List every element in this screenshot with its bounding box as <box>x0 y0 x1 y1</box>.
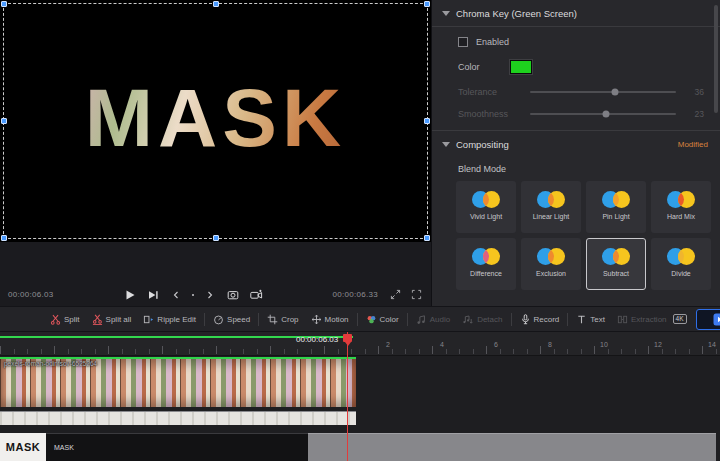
chevron-down-icon <box>442 142 450 147</box>
blend-mode-divide[interactable]: Divide <box>651 238 711 290</box>
blend-circles-icon <box>472 191 500 209</box>
detach-icon <box>462 314 474 325</box>
ruler-number: 12 <box>654 341 662 348</box>
toolbar-divider <box>357 313 358 326</box>
blend-mode-name: Hard Mix <box>652 213 710 220</box>
toolbar-button-label: Audio <box>430 315 450 324</box>
toolbar-button-split[interactable]: Split <box>44 314 86 325</box>
smoothness-slider[interactable] <box>530 113 676 115</box>
mask-clip-extension[interactable] <box>308 433 716 461</box>
crop-icon <box>267 314 278 325</box>
color-label: Color <box>458 62 510 72</box>
quality-4k-button[interactable]: 4K <box>673 314 687 325</box>
smoothness-label: Smoothness <box>458 109 520 119</box>
toolbar-button-speed[interactable]: Speed <box>207 314 256 325</box>
ruler-number: 6 <box>494 341 498 348</box>
mask-clip-thumbnail[interactable]: MASK <box>0 433 46 461</box>
motion-icon <box>311 314 322 325</box>
toolbar-button-motion[interactable]: Motion <box>305 314 355 325</box>
toolbar-divider <box>258 313 259 326</box>
selection-handle-sw[interactable] <box>1 235 7 241</box>
preview-view-icons <box>388 288 423 302</box>
video-clip[interactable]: pexels-roman-odintsov-6525264 <box>0 357 356 407</box>
timeline-ruler[interactable]: 2468101214 00:00:06.03 <box>0 332 720 356</box>
toolbar-button-split-all[interactable]: Split all <box>86 314 138 325</box>
mask-track: MASK MASK <box>0 433 720 461</box>
toolbar-button-text[interactable]: Text <box>570 314 611 325</box>
blend-mode-name: Vivid Light <box>457 213 515 220</box>
blend-mode-difference[interactable]: Difference <box>456 238 516 290</box>
toolbar-button-ripple-edit[interactable]: Ripple Edit <box>137 314 202 325</box>
toolbar-button-label: Text <box>590 315 605 324</box>
selection-handle-n[interactable] <box>213 1 219 7</box>
toolbar: SplitSplit allRipple EditSpeedCropMotion… <box>0 306 720 332</box>
playhead-line[interactable] <box>347 332 348 461</box>
blend-circles-icon <box>537 248 565 266</box>
mask-clip-label: MASK <box>54 444 74 451</box>
selection-handle-s[interactable] <box>213 235 219 241</box>
video-editor-window: MASK 00:00:06.03 <box>0 0 720 461</box>
toolbar-button-label: Split <box>64 315 80 324</box>
next-marker-button[interactable] <box>203 288 217 302</box>
audio-icon <box>416 314 427 325</box>
ruler-number: 10 <box>600 341 608 348</box>
blend-mode-vivid-light[interactable]: Vivid Light <box>456 181 516 233</box>
toolbar-button-label: Motion <box>325 315 349 324</box>
overlay-clip[interactable] <box>0 411 356 425</box>
chroma-key-section-header[interactable]: Chroma Key (Green Screen) <box>432 0 720 26</box>
smoothness-slider-handle[interactable] <box>602 111 609 118</box>
toolbar-button-label: Speed <box>227 315 250 324</box>
tolerance-slider[interactable] <box>530 91 676 93</box>
selection-rect[interactable] <box>3 3 428 239</box>
palette-icon <box>366 314 377 325</box>
toolbar-button-color[interactable]: Color <box>360 314 405 325</box>
blend-mode-name: Divide <box>652 270 710 277</box>
selection-handle-w[interactable] <box>1 118 7 124</box>
snapshot-button[interactable] <box>226 288 240 302</box>
next-frame-button[interactable] <box>146 288 160 302</box>
playhead-marker[interactable] <box>343 334 352 342</box>
tolerance-slider-handle[interactable] <box>611 89 618 96</box>
modified-badge: Modified <box>678 140 708 149</box>
toolbar-button-label: Ripple Edit <box>157 315 196 324</box>
blend-mode-exclusion[interactable]: Exclusion <box>521 238 581 290</box>
chroma-key-title: Chroma Key (Green Screen) <box>456 8 577 19</box>
blend-mode-linear-light[interactable]: Linear Light <box>521 181 581 233</box>
speed-icon <box>213 314 224 325</box>
selection-handle-se[interactable] <box>424 235 430 241</box>
tolerance-value: 36 <box>686 87 704 97</box>
export-button[interactable]: Export <box>696 309 720 330</box>
compositing-section-header[interactable]: Compositing Modified <box>432 131 720 157</box>
toolbar-button-audio[interactable]: Audio <box>410 314 456 325</box>
enabled-row: Enabled <box>432 27 720 51</box>
panel-scrollbar[interactable] <box>714 5 718 113</box>
enabled-checkbox[interactable] <box>458 37 468 47</box>
previous-marker-button[interactable] <box>169 288 183 302</box>
properties-panel: Chroma Key (Green Screen) Enabled Color … <box>431 0 720 306</box>
toolbar-button-detach[interactable]: Detach <box>456 314 508 325</box>
selection-handle-e[interactable] <box>424 118 430 124</box>
record-camera-button[interactable] <box>249 288 263 302</box>
playhead-time-label: 00:00:06.03 <box>296 335 338 344</box>
play-button[interactable] <box>123 288 137 302</box>
expand-preview-icon[interactable] <box>388 288 402 302</box>
blend-mode-hard-mix[interactable]: Hard Mix <box>651 181 711 233</box>
selection-handle-nw[interactable] <box>1 1 7 7</box>
blend-mode-subtract[interactable]: Subtract <box>586 238 646 290</box>
preview-canvas[interactable]: MASK <box>0 0 431 242</box>
blend-mode-pin-light[interactable]: Pin Light <box>586 181 646 233</box>
mic-icon <box>520 314 531 325</box>
fullscreen-icon[interactable] <box>409 288 423 302</box>
chroma-color-swatch[interactable] <box>510 60 532 74</box>
toolbar-button-crop[interactable]: Crop <box>261 314 304 325</box>
toolbar-button-label: Detach <box>477 315 502 324</box>
duration-time: 00:00:06.33 <box>332 290 378 299</box>
toolbar-divider <box>204 313 205 326</box>
toolbar-button-record[interactable]: Record <box>514 314 566 325</box>
toolbar-button-extraction[interactable]: Extraction <box>611 314 673 325</box>
selection-handle-ne[interactable] <box>424 1 430 7</box>
blend-mode-name: Exclusion <box>522 270 580 277</box>
toolbar-button-label: Extraction <box>631 315 667 324</box>
mask-clip[interactable]: MASK <box>46 433 308 461</box>
enabled-label: Enabled <box>476 37 509 47</box>
